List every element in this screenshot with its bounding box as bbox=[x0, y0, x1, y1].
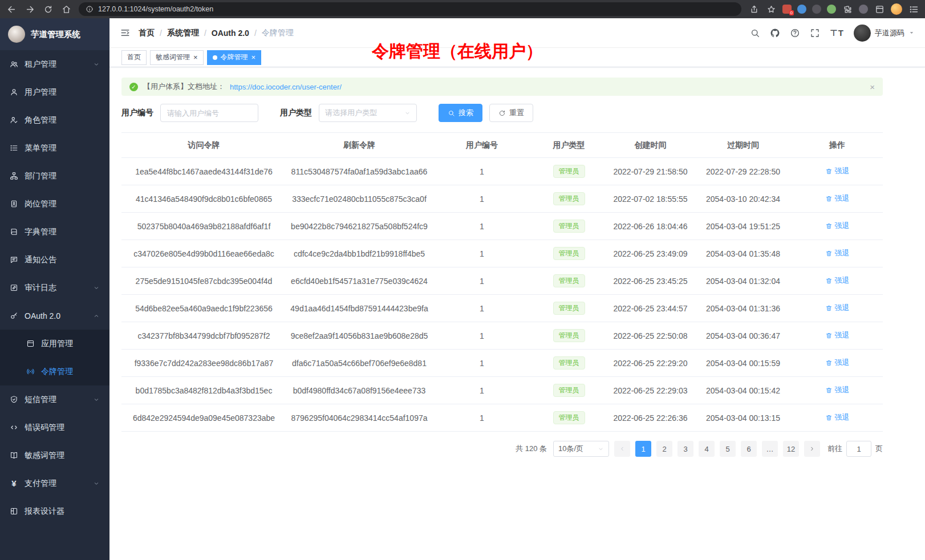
extensions-puzzle-icon[interactable] bbox=[842, 5, 853, 14]
code-icon bbox=[10, 423, 18, 432]
page-button[interactable]: 2 bbox=[656, 441, 672, 457]
browser-reload-button[interactable] bbox=[42, 5, 54, 14]
force-logout-button[interactable]: 强退 bbox=[825, 166, 850, 176]
page-button[interactable]: 6 bbox=[741, 441, 757, 457]
alert-close-icon[interactable]: × bbox=[870, 82, 875, 92]
sidebar-item-dict[interactable]: 字典管理 bbox=[0, 218, 109, 246]
font-size-icon[interactable]: ⊤T bbox=[830, 28, 844, 38]
force-logout-button[interactable]: 强退 bbox=[825, 275, 850, 286]
tab-token[interactable]: 令牌管理× bbox=[207, 50, 262, 65]
table-row: b0d1785bc3a8482f812db4a3f3bd15ec b0df498… bbox=[121, 377, 883, 404]
breadcrumb-item[interactable]: 首页 bbox=[139, 28, 155, 38]
access-token-cell: 275e5de9151045fe87cbdc395e004f4d bbox=[121, 267, 286, 295]
sidebar-item-sms[interactable]: 短信管理 bbox=[0, 385, 109, 413]
page-ellipsis[interactable]: … bbox=[762, 441, 778, 457]
browser-back-button[interactable] bbox=[6, 5, 17, 14]
pagination: 共 120 条 10条/页 1 2 3 4 5 6 … 12 前往 页 bbox=[121, 441, 883, 457]
browser-profile-avatar[interactable] bbox=[891, 3, 902, 15]
sidebar-item-oauth-app[interactable]: 应用管理 bbox=[0, 330, 109, 358]
extension-icon[interactable] bbox=[797, 5, 806, 14]
breadcrumb-item[interactable]: 系统管理 bbox=[167, 28, 199, 38]
page-button[interactable]: 12 bbox=[783, 441, 799, 457]
goto-page-input[interactable] bbox=[846, 441, 871, 457]
sidebar-item-tenant[interactable]: 租户管理 bbox=[0, 50, 109, 78]
fullscreen-icon[interactable] bbox=[810, 28, 820, 38]
next-page-button[interactable] bbox=[804, 441, 820, 457]
trash-icon bbox=[825, 359, 833, 367]
extension-icon[interactable]: 0 bbox=[782, 5, 792, 14]
sidebar-item-report-designer[interactable]: 报表设计器 bbox=[0, 497, 109, 525]
chevron-down-icon bbox=[93, 61, 100, 68]
user-type-cell: 管理员 bbox=[532, 240, 606, 267]
page-button[interactable]: 4 bbox=[699, 441, 715, 457]
sidebar-item-sensitive-word[interactable]: 敏感词管理 bbox=[0, 441, 109, 469]
browser-home-button[interactable] bbox=[60, 5, 72, 14]
sidebar-item-payment[interactable]: ¥支付管理 bbox=[0, 469, 109, 497]
extension-icon[interactable] bbox=[827, 5, 836, 14]
bookmark-star-icon[interactable] bbox=[765, 5, 777, 14]
user-menu[interactable]: 芋道源码 bbox=[854, 25, 915, 42]
page-info-icon[interactable] bbox=[86, 5, 94, 13]
force-logout-button[interactable]: 强退 bbox=[825, 221, 850, 231]
force-logout-button[interactable]: 强退 bbox=[825, 385, 850, 395]
expire-time-cell: 2054-03-04 00:15:59 bbox=[695, 350, 792, 377]
force-logout-button[interactable]: 强退 bbox=[825, 193, 850, 204]
app-logo-row[interactable]: 芋道管理系统 bbox=[0, 18, 109, 50]
sidebar-item-oauth-token[interactable]: 令牌管理 bbox=[0, 358, 109, 385]
force-logout-button[interactable]: 强退 bbox=[825, 358, 850, 368]
force-logout-button[interactable]: 强退 bbox=[825, 303, 850, 313]
page-size-select[interactable]: 10条/页 bbox=[553, 441, 609, 457]
reset-button[interactable]: 重置 bbox=[489, 104, 533, 122]
sidebar-item-role[interactable]: 角色管理 bbox=[0, 106, 109, 134]
address-bar[interactable]: 127.0.0.1:1024/system/oauth2/token bbox=[79, 2, 741, 16]
column-header: 用户编号 bbox=[432, 133, 532, 158]
user-id-cell: 1 bbox=[432, 377, 532, 404]
access-token-cell: 41c41346a548490f9dc8b01c6bfe0865 bbox=[121, 185, 286, 213]
user-id-input[interactable] bbox=[160, 104, 258, 122]
browser-forward-button[interactable] bbox=[24, 5, 35, 14]
table-row: f9336e7c7dd242a283ee98dc86b17a87 dfa6c71… bbox=[121, 350, 883, 377]
sidebar-item-audit-log[interactable]: 审计日志 bbox=[0, 274, 109, 302]
sidebar-item-oauth[interactable]: OAuth 2.0 bbox=[0, 302, 109, 330]
user-type-select[interactable]: 请选择用户类型 bbox=[319, 104, 417, 122]
page-button[interactable]: 3 bbox=[677, 441, 693, 457]
chevron-up-icon bbox=[93, 313, 100, 319]
tab-home[interactable]: 首页 bbox=[121, 50, 147, 65]
sidebar-panel-icon[interactable] bbox=[874, 5, 885, 14]
github-icon[interactable] bbox=[770, 28, 780, 38]
sidebar-item-error-code[interactable]: 错误码管理 bbox=[0, 413, 109, 441]
trash-icon bbox=[825, 195, 833, 202]
user-id-cell: 1 bbox=[432, 158, 532, 185]
sidebar-item-menu[interactable]: 菜单管理 bbox=[0, 134, 109, 162]
prev-page-button[interactable] bbox=[614, 441, 630, 457]
doc-link[interactable]: https://doc.iocoder.cn/user-center/ bbox=[230, 83, 342, 91]
sidebar-collapse-button[interactable] bbox=[120, 27, 131, 38]
breadcrumb-item[interactable]: OAuth 2.0 bbox=[212, 29, 249, 38]
force-logout-button[interactable]: 强退 bbox=[825, 412, 850, 423]
trash-icon bbox=[825, 305, 833, 312]
sidebar-item-notice[interactable]: 通知公告 bbox=[0, 246, 109, 274]
tab-close-icon[interactable]: × bbox=[193, 54, 198, 61]
search-button[interactable]: 搜索 bbox=[439, 104, 482, 122]
page-button[interactable]: 5 bbox=[720, 441, 736, 457]
tab-close-icon[interactable]: × bbox=[251, 54, 256, 61]
refresh-token-cell: 49d1aa46d1454fbd87591444423be9fa bbox=[286, 295, 432, 322]
action-cell: 强退 bbox=[792, 267, 883, 295]
tab-sensitive-word[interactable]: 敏感词管理× bbox=[150, 50, 204, 65]
browser-menu-icon[interactable] bbox=[908, 5, 919, 14]
share-icon[interactable] bbox=[748, 5, 760, 14]
sidebar-item-user[interactable]: 用户管理 bbox=[0, 78, 109, 106]
expire-time-cell: 2054-03-04 01:35:48 bbox=[695, 240, 792, 267]
help-icon[interactable] bbox=[790, 28, 800, 38]
role-icon bbox=[10, 116, 18, 124]
extension-icon[interactable] bbox=[812, 5, 821, 14]
sidebar-item-post[interactable]: 岗位管理 bbox=[0, 190, 109, 218]
user-type-badge: 管理员 bbox=[553, 274, 585, 288]
trash-icon bbox=[825, 387, 833, 394]
sidebar-item-dept[interactable]: 部门管理 bbox=[0, 162, 109, 190]
page-button[interactable]: 1 bbox=[635, 441, 651, 457]
extension-icon[interactable] bbox=[859, 5, 868, 14]
force-logout-button[interactable]: 强退 bbox=[825, 330, 850, 340]
search-icon[interactable] bbox=[750, 28, 760, 38]
force-logout-button[interactable]: 强退 bbox=[825, 248, 850, 258]
